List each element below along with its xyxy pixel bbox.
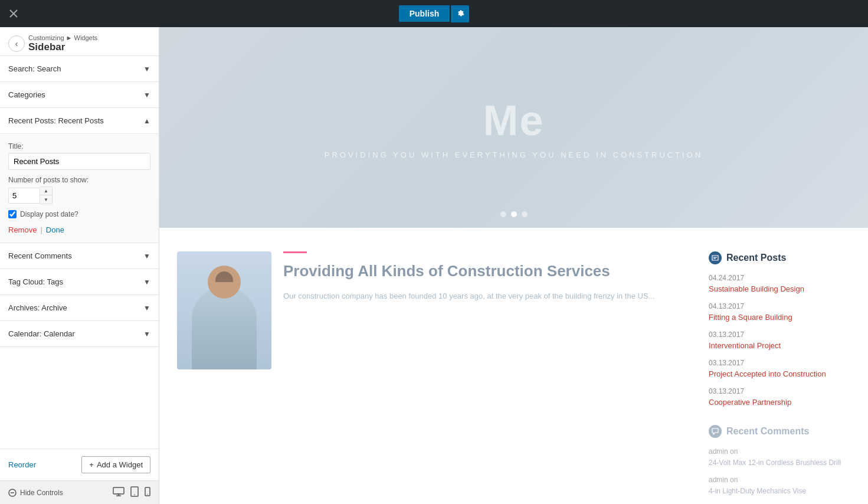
widget-tag-cloud-label: Tag Cloud: Tags (8, 277, 63, 286)
breadcrumb-title: Sidebar (28, 41, 97, 53)
num-posts-row: ▲ ▼ (8, 186, 150, 204)
content-text: Providing All Kinds of Construction Serv… (283, 251, 685, 504)
tablet-view-icon[interactable] (130, 486, 139, 499)
reorder-link[interactable]: Reorder (8, 460, 36, 469)
breadcrumb-separator: ► (66, 34, 74, 41)
left-panel: ‹ Customizing ► Widgets Sidebar Search: … (0, 27, 159, 504)
recent-posts-title: Recent Posts (709, 251, 850, 264)
title-field-label: Title: (8, 142, 150, 150)
post-item-2: 04.13.2017 Fitting a Square Building (709, 302, 850, 322)
display-date-label: Display post date? (20, 210, 78, 218)
main-body: Providing All Kinds of Construction Serv… (177, 251, 685, 504)
post-link-2[interactable]: Fitting a Square Building (709, 313, 792, 322)
mobile-view-icon[interactable] (145, 487, 150, 499)
comment-meta-1: admin on (709, 447, 850, 456)
widget-archives-header[interactable]: Archives: Archive ▼ (0, 295, 159, 320)
preview-area: Me PROVIDING YOU WITH EVERYTHING YOU NEE… (159, 27, 868, 504)
widget-recent-posts-chevron: ▲ (143, 117, 150, 125)
display-date-row: Display post date? (8, 210, 150, 218)
num-posts-input[interactable] (8, 188, 40, 204)
publish-button[interactable]: Publish (399, 5, 450, 22)
widget-search-label: Search: Search (8, 64, 61, 73)
comment-link-2[interactable]: 4-in Light-Duty Mechanics Vise (709, 487, 806, 495)
hero-dot-1 (500, 211, 506, 217)
widget-recent-posts-header[interactable]: Recent Posts: Recent Posts ▲ (0, 108, 159, 133)
num-posts-label: Number of posts to show: (8, 176, 150, 184)
widget-recent-posts-body: Title: Number of posts to show: ▲ ▼ Disp… (0, 133, 159, 243)
svg-rect-4 (113, 487, 124, 494)
widget-categories-label: Categories (8, 90, 45, 99)
widget-recent-comments-chevron: ▼ (143, 252, 150, 260)
display-date-checkbox[interactable] (8, 210, 17, 218)
content-divider (283, 251, 307, 253)
desktop-view-icon[interactable] (113, 487, 125, 499)
widget-calendar-label: Calendar: Calendar (8, 329, 75, 338)
comment-link-1[interactable]: 24-Volt Max 12-in Cordless Brushless Dri… (709, 459, 841, 467)
spinner-down[interactable]: ▼ (40, 195, 52, 204)
widget-categories-header[interactable]: Categories ▼ (0, 82, 159, 107)
hero-subtitle: PROVIDING YOU WITH EVERYTHING YOU NEED I… (325, 150, 703, 159)
svg-point-11 (147, 493, 148, 494)
breadcrumb-nav: Customizing ► Widgets (28, 34, 97, 41)
widget-archives-chevron: ▼ (143, 304, 150, 312)
remove-link[interactable]: Remove (8, 225, 37, 234)
breadcrumb-back-button[interactable]: ‹ (8, 35, 25, 52)
widget-categories-chevron: ▼ (143, 91, 150, 99)
add-widget-button[interactable]: + Add a Widget (81, 456, 150, 473)
post-link-1[interactable]: Sustainable Building Design (709, 284, 804, 293)
widget-search: Search: Search ▼ (0, 56, 159, 82)
recent-comments-title: Recent Comments (709, 425, 850, 438)
action-divider: | (40, 225, 42, 234)
hide-controls-bar: Hide Controls (0, 480, 159, 504)
close-button[interactable] (0, 0, 27, 27)
publish-settings-button[interactable] (451, 5, 469, 22)
breadcrumb-widgets[interactable]: Widgets (74, 34, 98, 41)
publish-area: Publish (399, 5, 470, 22)
view-icons (113, 486, 150, 499)
widget-archives: Archives: Archive ▼ (0, 295, 159, 321)
hero-dot-2 (511, 211, 517, 217)
breadcrumb-area: ‹ Customizing ► Widgets Sidebar (0, 27, 159, 56)
post-item-1: 04.24.2017 Sustainable Building Design (709, 274, 850, 294)
post-date-3: 03.13.2017 (709, 330, 850, 339)
person-image (177, 251, 271, 369)
recent-comments-icon (709, 425, 722, 438)
widget-recent-posts-label: Recent Posts: Recent Posts (8, 116, 104, 125)
widget-tag-cloud: Tag Cloud: Tags ▼ (0, 269, 159, 295)
hero-dot-3 (522, 211, 528, 217)
hide-controls-button[interactable]: Hide Controls (8, 489, 63, 497)
widget-calendar: Calendar: Calendar ▼ (0, 321, 159, 347)
content-heading: Providing All Kinds of Construction Serv… (283, 261, 685, 282)
widget-calendar-header[interactable]: Calendar: Calendar ▼ (0, 321, 159, 346)
comment-item-2: admin on 4-in Light-Duty Mechanics Vise (709, 476, 850, 496)
post-date-4: 03.13.2017 (709, 359, 850, 367)
widget-calendar-chevron: ▼ (143, 330, 150, 338)
title-field-input[interactable] (8, 153, 150, 170)
post-date-1: 04.24.2017 (709, 274, 850, 282)
post-item-4: 03.13.2017 Project Accepted into Constru… (709, 359, 850, 379)
breadcrumb-customizing[interactable]: Customizing (28, 34, 64, 41)
hide-controls-label: Hide Controls (20, 489, 63, 497)
post-link-5[interactable]: Cooperative Partnership (709, 398, 791, 407)
add-widget-label: Add a Widget (97, 460, 143, 469)
comment-meta-2: admin on (709, 476, 850, 484)
post-link-4[interactable]: Project Accepted into Construction (709, 369, 826, 378)
breadcrumb-text: Customizing ► Widgets Sidebar (28, 34, 97, 53)
main-layout: ‹ Customizing ► Widgets Sidebar Search: … (0, 27, 868, 504)
widget-recent-comments: Recent Comments ▼ (0, 243, 159, 269)
hero-dots (500, 211, 528, 217)
add-widget-plus: + (89, 460, 94, 469)
widget-search-header[interactable]: Search: Search ▼ (0, 56, 159, 81)
svg-point-9 (134, 494, 135, 495)
widget-tag-cloud-header[interactable]: Tag Cloud: Tags ▼ (0, 269, 159, 294)
done-link[interactable]: Done (46, 225, 64, 234)
sidebar-right: Recent Posts 04.24.2017 Sustainable Buil… (709, 251, 850, 504)
post-link-3[interactable]: Interventional Project (709, 341, 781, 350)
widget-recent-comments-header[interactable]: Recent Comments ▼ (0, 243, 159, 269)
widget-list: Search: Search ▼ Categories ▼ (0, 56, 159, 449)
hero-title: Me (483, 96, 544, 145)
num-posts-spinners: ▲ ▼ (40, 186, 53, 204)
comment-item-1: admin on 24-Volt Max 12-in Cordless Brus… (709, 447, 850, 467)
preview-content: Providing All Kinds of Construction Serv… (159, 228, 868, 504)
spinner-up[interactable]: ▲ (40, 187, 52, 195)
